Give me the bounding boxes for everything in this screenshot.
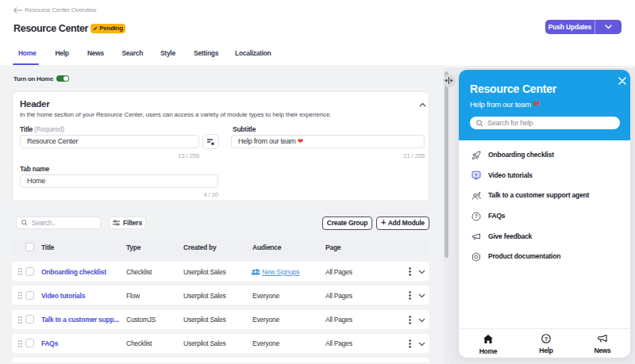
svg-text:?: ?	[545, 335, 548, 343]
svg-text:?: ?	[475, 213, 478, 219]
